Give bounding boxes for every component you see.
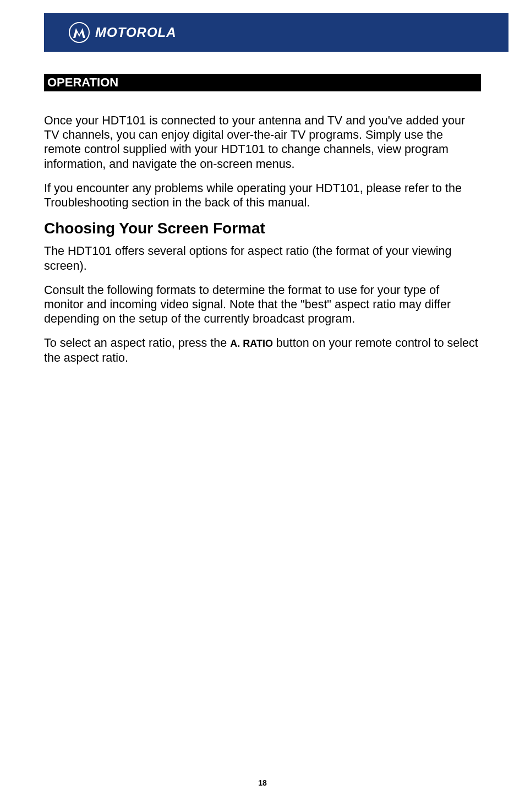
p5-pre-text: To select an aspect ratio, press the <box>44 336 230 350</box>
sub-heading: Choosing Your Screen Format <box>44 220 481 237</box>
page-number: 18 <box>0 778 525 787</box>
brand-name: MOTOROLA <box>95 25 177 40</box>
body-paragraph-2: Consult the following formats to determi… <box>44 283 481 326</box>
section-title: OPERATION <box>44 74 481 91</box>
intro-paragraph-2: If you encounter any problems while oper… <box>44 181 481 210</box>
button-label-reference: A. RATIO <box>230 338 273 349</box>
page-content: OPERATION Once your HDT101 is connected … <box>0 52 525 365</box>
motorola-logo-icon <box>69 22 90 43</box>
brand-header: MOTOROLA <box>44 13 508 52</box>
body-paragraph-1: The HDT101 offers several options for as… <box>44 244 481 273</box>
brand-logo: MOTOROLA <box>69 22 177 43</box>
intro-paragraph-1: Once your HDT101 is connected to your an… <box>44 113 481 171</box>
body-paragraph-3: To select an aspect ratio, press the A. … <box>44 336 481 364</box>
